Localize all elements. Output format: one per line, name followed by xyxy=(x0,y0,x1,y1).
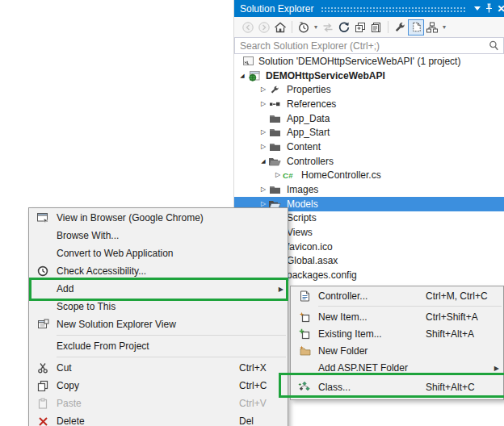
menu-item-label: View in Browser (Google Chrome) xyxy=(57,212,239,223)
menu-item-label: New Folder xyxy=(318,345,426,357)
submenu-item-new-item[interactable]: New Item... Ctrl+Shift+A xyxy=(291,308,503,325)
add-submenu: Controller... Ctrl+M, Ctrl+C New Item...… xyxy=(290,286,504,400)
menu-item-shortcut: Ctrl+Shift+A xyxy=(426,311,503,323)
forward-icon[interactable] xyxy=(256,19,272,36)
tree-item-label: References xyxy=(287,98,336,110)
refresh-icon[interactable] xyxy=(336,19,352,36)
web-project-icon xyxy=(247,70,260,81)
menu-item-scope-to-this[interactable]: Scope to This xyxy=(29,298,288,315)
menu-item-paste[interactable]: Paste Ctrl+V xyxy=(29,395,288,412)
tree-item-controllers[interactable]: Controllers xyxy=(234,154,504,169)
search-icon[interactable] xyxy=(489,40,499,51)
properties-pages-icon[interactable] xyxy=(368,19,384,36)
sync-with-active-document-icon[interactable] xyxy=(320,19,336,36)
tree-item-app-data[interactable]: App_Data xyxy=(234,111,504,126)
tree-item-label: Views xyxy=(287,227,313,238)
expand-arrow-icon[interactable] xyxy=(258,101,268,107)
menu-item-label: Exclude From Project xyxy=(57,340,239,352)
menu-item-shortcut: Shift+Alt+A xyxy=(426,328,503,340)
folder-icon xyxy=(268,127,281,137)
toolbar-overflow-caret-icon[interactable] xyxy=(440,19,448,36)
collapse-all-icon[interactable] xyxy=(352,19,368,36)
show-all-files-icon[interactable] xyxy=(408,19,424,36)
home-icon[interactable] xyxy=(272,19,288,36)
pending-changes-icon[interactable] xyxy=(296,19,312,36)
class-icon xyxy=(291,381,318,393)
menu-item-view-in-browser[interactable]: View in Browser (Google Chrome) xyxy=(29,209,288,227)
csharp-file-icon: C# xyxy=(283,170,296,180)
expand-arrow-icon[interactable] xyxy=(258,158,268,165)
menu-item-browse-with[interactable]: Browse With... xyxy=(29,227,288,244)
controller-icon xyxy=(291,290,318,302)
menu-item-add[interactable]: Add xyxy=(29,280,288,298)
tree-item-app-start[interactable]: App_Start xyxy=(234,125,504,140)
expand-arrow-icon[interactable] xyxy=(258,129,268,136)
submenu-item-existing-item[interactable]: Existing Item... Shift+Alt+A xyxy=(291,325,503,342)
menu-item-copy[interactable]: Copy Ctrl+C xyxy=(29,377,288,395)
menu-item-cut[interactable]: Cut Ctrl+X xyxy=(29,359,288,377)
toolbar-separator xyxy=(388,21,388,33)
expand-arrow-icon[interactable] xyxy=(258,186,268,193)
pending-changes-caret-icon[interactable] xyxy=(312,19,320,36)
tree-item-label: DEMOHttpServiceWebAPI xyxy=(266,70,385,81)
search-placeholder: Search Solution Explorer (Ctrl+;) xyxy=(240,40,489,52)
back-icon[interactable] xyxy=(240,19,256,36)
pin-icon[interactable] xyxy=(483,2,495,15)
accessibility-icon xyxy=(29,265,57,277)
tree-item-properties[interactable]: Properties xyxy=(234,82,504,97)
tree-item-label: packages.config xyxy=(287,269,357,281)
new-folder-icon xyxy=(291,345,318,356)
folder-icon xyxy=(268,114,281,123)
tree-item-label: App_Start xyxy=(287,127,330,138)
menu-separator xyxy=(57,335,286,336)
tree-item-homecontroller[interactable]: C# HomeController.cs xyxy=(234,169,504,183)
vs-window: Solution Explorer ✕ xyxy=(0,0,504,426)
folder-icon xyxy=(268,185,281,194)
tree-item-project[interactable]: DEMOHttpServiceWebAPI xyxy=(234,69,504,83)
copy-icon xyxy=(29,380,57,391)
submenu-arrow-icon xyxy=(279,286,284,293)
tree-item-solution[interactable]: Solution 'DEMOHttpServiceWebAPI' (1 proj… xyxy=(234,54,504,69)
context-menu: View in Browser (Google Chrome) Browse W… xyxy=(28,207,288,426)
window-position-caret-icon[interactable] xyxy=(471,2,483,15)
properties-wrench-icon[interactable] xyxy=(392,19,408,36)
tree-item-label: favicon.ico xyxy=(287,241,333,253)
tree-item-label: Solution 'DEMOHttpServiceWebAPI' (1 proj… xyxy=(258,56,460,67)
menu-item-check-accessibility[interactable]: Check Accessibility... xyxy=(29,262,288,280)
toolbar-separator xyxy=(292,21,292,33)
search-box[interactable]: Search Solution Explorer (Ctrl+;) xyxy=(234,37,504,54)
svg-text:C#: C# xyxy=(283,171,293,180)
menu-item-label: Class... xyxy=(318,382,426,393)
panel-titlebar[interactable]: Solution Explorer ✕ xyxy=(234,0,504,17)
expand-arrow-icon[interactable] xyxy=(258,86,268,93)
menu-item-delete[interactable]: Delete Del xyxy=(29,412,288,426)
submenu-item-new-folder[interactable]: New Folder xyxy=(291,342,503,359)
expand-arrow-icon[interactable] xyxy=(258,201,268,207)
menu-item-shortcut: Ctrl+X xyxy=(239,362,288,374)
close-icon[interactable]: ✕ xyxy=(495,2,504,15)
titlebar-drag-texture xyxy=(321,6,465,14)
menu-item-shortcut: Del xyxy=(239,416,288,426)
menu-item-label: New Solution Explorer View xyxy=(57,319,239,330)
browser-icon xyxy=(29,212,57,223)
expand-arrow-icon[interactable] xyxy=(273,172,283,178)
tree-item-images[interactable]: Images xyxy=(234,182,504,197)
tree-item-label: Models xyxy=(287,198,318,210)
new-view-icon xyxy=(29,319,57,330)
menu-item-convert-to-web-application[interactable]: Convert to Web Application xyxy=(29,244,288,262)
menu-item-label: Convert to Web Application xyxy=(57,248,239,259)
panel-title: Solution Explorer xyxy=(240,3,313,15)
expand-arrow-icon[interactable] xyxy=(258,144,268,150)
menu-item-new-solution-explorer-view[interactable]: New Solution Explorer View xyxy=(29,315,288,333)
submenu-item-controller[interactable]: Controller... Ctrl+M, Ctrl+C xyxy=(291,287,503,304)
menu-item-shortcut: Ctrl+M, Ctrl+C xyxy=(426,290,503,302)
view-class-diagram-icon[interactable] xyxy=(424,19,440,36)
expand-arrow-icon[interactable] xyxy=(237,73,247,79)
menu-item-exclude-from-project[interactable]: Exclude From Project xyxy=(29,337,288,355)
tree-item-references[interactable]: References xyxy=(234,97,504,111)
solution-explorer-toolbar xyxy=(234,17,504,37)
menu-separator xyxy=(57,357,286,357)
submenu-item-add-aspnet-folder[interactable]: Add ASP.NET Folder xyxy=(291,359,503,376)
submenu-item-class[interactable]: Class... Shift+Alt+C xyxy=(291,376,503,398)
tree-item-content[interactable]: Content xyxy=(234,140,504,154)
